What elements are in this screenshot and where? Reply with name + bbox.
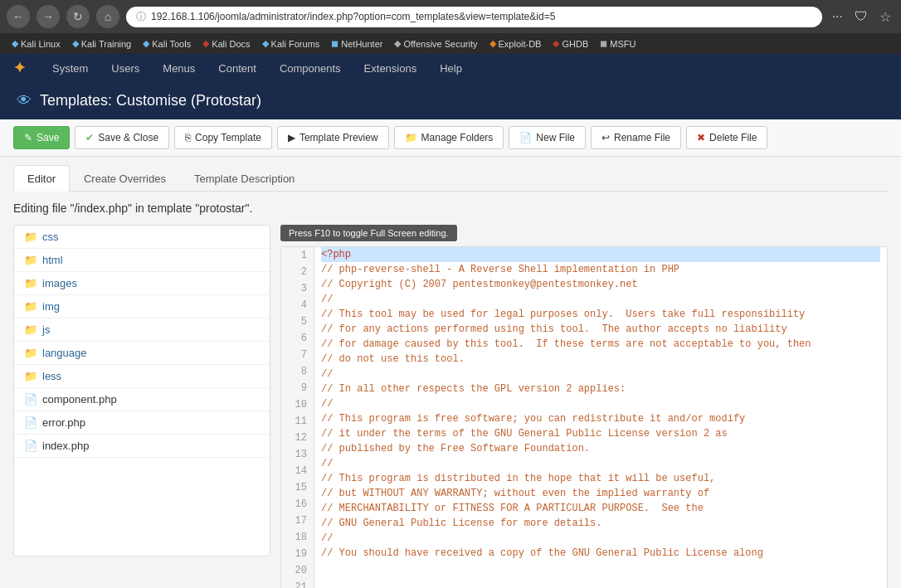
main-content: Editor Create Overrides Template Descrip…	[0, 157, 901, 588]
copy-template-button[interactable]: ⎘ Copy Template	[174, 126, 272, 149]
code-line: //	[321, 292, 880, 307]
delete-file-button[interactable]: ✖ Delete File	[686, 126, 767, 149]
joomla-logo: ✦	[13, 59, 26, 77]
code-content[interactable]: <?php// php-reverse-shell - A Reverse Sh…	[314, 247, 887, 588]
bookmark-exploit-db[interactable]: ◆ Exploit-DB	[485, 36, 547, 51]
code-line: // php-reverse-shell - A Reverse Shell i…	[321, 262, 880, 277]
bookmark-kali-docs[interactable]: ◆ Kali Docs	[197, 36, 255, 51]
editor-layout: 📁 css 📁 html 📁 images 📁 img 📁 js 📁 l	[13, 225, 888, 588]
folder-language[interactable]: 📁 language	[14, 342, 270, 365]
code-editor[interactable]: 123456789101112131415161718192021 <?php/…	[280, 246, 888, 588]
page-title: Templates: Customise (Protostar)	[40, 92, 261, 109]
code-line: // for any actions performed using this …	[321, 322, 880, 337]
line-number: 1	[281, 247, 314, 264]
line-number: 12	[281, 430, 314, 446]
bookmark-kali-tools[interactable]: ◆ Kali Tools	[138, 36, 196, 51]
code-line: // but WITHOUT ANY WARRANTY; without eve…	[321, 486, 880, 501]
home-button[interactable]: ⌂	[96, 5, 119, 28]
bookmark-offensive-security[interactable]: ◆ Offensive Security	[389, 36, 482, 51]
bookmark-icon: ◼	[331, 38, 338, 49]
bookmark-icon: ◆	[12, 38, 18, 49]
tab-template-description[interactable]: Template Description	[180, 165, 309, 192]
bookmark-icon: ◆	[202, 38, 209, 49]
line-number: 18	[281, 529, 314, 546]
address-bar[interactable]: ⓘ 192.168.1.106/joomla/administrator/ind…	[126, 7, 822, 27]
folder-less[interactable]: 📁 less	[14, 365, 270, 388]
fullscreen-hint: Press F10 to toggle Full Screen editing.	[280, 225, 457, 241]
nav-content[interactable]: Content	[215, 61, 260, 76]
line-number: 8	[281, 363, 314, 380]
bookmark-icon: ◼	[600, 38, 607, 49]
rename-icon: ↩	[601, 132, 610, 143]
line-number: 5	[281, 313, 314, 330]
file-tree: 📁 css 📁 html 📁 images 📁 img 📁 js 📁 l	[13, 225, 270, 556]
file-icon: 📄	[24, 416, 37, 429]
file-icon: 📄	[24, 393, 37, 406]
line-number: 6	[281, 330, 314, 347]
code-line: //	[321, 531, 880, 546]
rename-file-button[interactable]: ↩ Rename File	[591, 126, 681, 149]
line-number: 16	[281, 496, 314, 513]
copy-icon: ⎘	[185, 132, 191, 143]
file-icon: 📄	[24, 440, 37, 452]
template-preview-button[interactable]: ▶ Template Preview	[277, 126, 389, 149]
nav-help[interactable]: Help	[436, 61, 465, 76]
code-line: // This program is distributed in the ho…	[321, 471, 880, 486]
forward-button[interactable]: →	[37, 5, 60, 28]
folder-images[interactable]: 📁 images	[14, 272, 270, 295]
code-line: // MERCHANTABILITY or FITNESS FOR A PART…	[321, 501, 880, 516]
line-number: 10	[281, 396, 314, 413]
bookmark-nethunter[interactable]: ◼ NetHunter	[326, 36, 387, 51]
folder-icon: 📁	[24, 370, 37, 382]
delete-icon: ✖	[697, 132, 705, 143]
back-button[interactable]: ←	[7, 5, 30, 28]
folder-html[interactable]: 📁 html	[14, 249, 270, 272]
code-line: // This program is free software; you ca…	[321, 411, 880, 426]
bookmark-kali-linux[interactable]: ◆ Kali Linux	[7, 36, 66, 51]
more-button[interactable]: ···	[829, 7, 846, 27]
folder-css[interactable]: 📁 css	[14, 226, 270, 249]
templates-icon: 👁	[17, 92, 32, 109]
line-number: 21	[281, 579, 314, 588]
save-button[interactable]: ✎ Save	[13, 126, 70, 149]
nav-components[interactable]: Components	[276, 61, 344, 76]
code-line: // This tool may be used for legal purpo…	[321, 307, 880, 322]
code-line: // for damage caused by this tool. If th…	[321, 337, 880, 352]
file-index-php[interactable]: 📄 index.php	[14, 435, 270, 458]
nav-menus[interactable]: Menus	[159, 61, 198, 76]
code-line: // In all other respects the GPL version…	[321, 381, 880, 396]
bookmark-icon: ◆	[394, 38, 401, 49]
code-line: // Copyright (C) 2007 pentestmonkey@pent…	[321, 277, 880, 292]
bookmark-kali-forums[interactable]: ◆ Kali Forums	[257, 36, 325, 51]
new-file-button[interactable]: 📄 New File	[509, 126, 586, 149]
nav-system[interactable]: System	[49, 61, 91, 76]
bookmark-ghdb[interactable]: ◆ GHDB	[548, 36, 593, 51]
reload-button[interactable]: ↻	[66, 5, 90, 28]
bookmark-kali-training[interactable]: ◆ Kali Training	[67, 36, 137, 51]
manage-folders-button[interactable]: 📁 Manage Folders	[394, 126, 504, 149]
folder-icon: 📁	[24, 347, 37, 359]
folder-icon: 📁	[24, 300, 37, 313]
line-number: 11	[281, 413, 314, 430]
browser-chrome: ← → ↻ ⌂ ⓘ 192.168.1.106/joomla/administr…	[0, 0, 901, 33]
line-number: 2	[281, 264, 314, 280]
folder-js[interactable]: 📁 js	[14, 318, 270, 342]
file-component-php[interactable]: 📄 component.php	[14, 388, 270, 411]
tab-editor[interactable]: Editor	[13, 165, 70, 192]
nav-extensions[interactable]: Extensions	[361, 61, 421, 76]
shield-button[interactable]: 🛡	[851, 7, 871, 27]
file-error-php[interactable]: 📄 error.php	[14, 411, 270, 435]
bookmark-msfu[interactable]: ◼ MSFU	[595, 36, 640, 51]
bookmark-button[interactable]: ☆	[876, 7, 894, 27]
code-line: //	[321, 367, 880, 381]
bookmarks-bar: ◆ Kali Linux ◆ Kali Training ◆ Kali Tool…	[0, 33, 901, 54]
browser-actions: ··· 🛡 ☆	[829, 7, 894, 27]
code-editor-wrapper: Press F10 to toggle Full Screen editing.…	[280, 225, 888, 588]
nav-users[interactable]: Users	[108, 61, 143, 76]
code-line: <?php	[321, 247, 880, 262]
bookmark-icon: ◆	[262, 38, 269, 49]
tab-create-overrides[interactable]: Create Overrides	[70, 165, 180, 192]
save-close-button[interactable]: ✔ Save & Close	[75, 126, 169, 149]
line-numbers: 123456789101112131415161718192021	[281, 247, 314, 588]
folder-img[interactable]: 📁 img	[14, 295, 270, 318]
